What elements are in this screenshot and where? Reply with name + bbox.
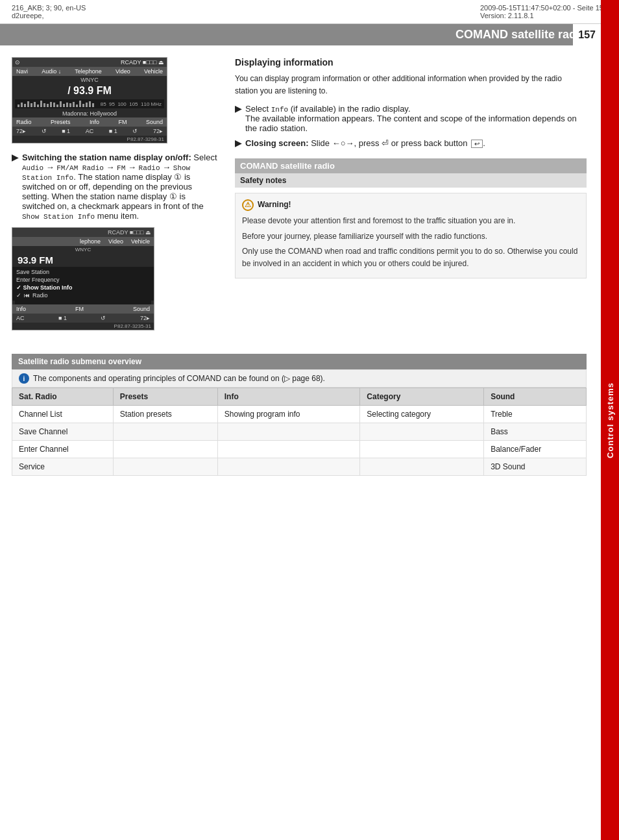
comand-section-title: COMAND satellite radio (235, 158, 587, 173)
col-category: Category (360, 388, 484, 406)
menu-show-station-info: ✓ Show Station Info (16, 284, 150, 291)
screen2-wnc: WNYC (12, 246, 154, 253)
cell-empty-9 (360, 458, 484, 476)
warning-para-3: Only use the COMAND when road and traffi… (242, 245, 579, 269)
switching-text: Switching the station name display on/of… (22, 153, 219, 221)
displaying-intro: You can display program information or o… (235, 73, 587, 97)
cell-showing-program: Showing program info (217, 406, 360, 423)
info-bar: i The components and operating principle… (12, 369, 587, 388)
col-sat-radio: Sat. Radio (12, 388, 114, 406)
cell-empty-5 (217, 441, 360, 458)
menu-radio: ✓ ⏮Radio (16, 291, 150, 299)
cell-empty-6 (360, 441, 484, 458)
vertical-label: Control systems (605, 382, 615, 458)
warning-box: ⚠ Warning! Please devote your attention … (235, 193, 587, 278)
switching-heading: Switching the station name display on/of… (22, 153, 191, 162)
nav-audio: Audio ↓ (42, 68, 61, 75)
cell-3d-sound: 3D Sound (484, 458, 587, 476)
meta-left: 216_AKB; 3; 90, en-USd2ureepe, (12, 4, 86, 19)
cell-bass: Bass (484, 423, 587, 441)
warning-label: Warning! (258, 199, 291, 211)
screen1-code: P82.87-3298-31 (12, 136, 167, 143)
header-meta: 216_AKB; 3; 90, en-USd2ureepe, 2009-05-1… (0, 0, 619, 24)
col-info: Info (217, 388, 360, 406)
screen1-nav: Navi Audio ↓ Telephone Video Vehicle (12, 67, 167, 76)
nav-vehicle: Vehicle (144, 68, 163, 75)
screen2-bottom-nav: InfoFMSound (12, 304, 154, 314)
table-header-row: Sat. Radio Presets Info Category Sound (12, 388, 587, 406)
table-row: Enter Channel Balance/Fader (12, 441, 587, 458)
warning-para-2: Before your journey, please familiarize … (242, 230, 579, 243)
screen1-freq: / 93.9 FM (12, 84, 167, 98)
nav-video: Video (115, 68, 130, 75)
cell-empty-2 (217, 423, 360, 441)
page-number: 157 (573, 24, 601, 45)
cell-empty-8 (217, 458, 360, 476)
screen-mockup-2: RCADY ■□□□ ⏏ lephoneVideoVehicle WNYC 93… (12, 227, 154, 330)
cell-empty-4 (113, 441, 217, 458)
page-title-bar: COMAND satellite radio 157 (0, 24, 619, 45)
display-bullet-1: ▶ Select Info (if available) in the radi… (235, 104, 587, 133)
switching-instruction: ▶ Switching the station name display on/… (12, 153, 219, 221)
bullet-arrow-1: ▶ (12, 153, 18, 221)
screen2-top: RCADY ■□□□ ⏏ (12, 228, 154, 237)
table-row: Service 3D Sound (12, 458, 587, 476)
cell-station-presets: Station presets (113, 406, 217, 423)
col-presets: Presets (113, 388, 217, 406)
screen1-top: ⊙ RCADY ■□□□ ⏏ (12, 58, 167, 67)
nav-navi: Navi (16, 68, 28, 75)
screen1-song: Madonna: Hollywood (12, 110, 167, 117)
cell-empty-7 (113, 458, 217, 476)
screen2-controls: AC■ 1↺72▸ (12, 314, 154, 323)
warning-title: ⚠ Warning! (242, 199, 579, 211)
warning-para-1: Please devote your attention first and f… (242, 215, 579, 227)
screen1-bottom-nav: RadioPresetsInfoFMSound (12, 117, 167, 127)
table-row: Channel List Station presets Showing pro… (12, 406, 587, 423)
nav-telephone: Telephone (75, 68, 102, 75)
cell-channel-list: Channel List (12, 406, 114, 423)
screen2-nav: lephoneVideoVehicle (12, 237, 154, 246)
info-text: The components and operating principles … (33, 374, 325, 383)
menu-save-station: Save Station (16, 268, 150, 276)
content-area: ⊙ RCADY ■□□□ ⏏ Navi Audio ↓ Telephone Vi… (0, 45, 619, 346)
cell-empty-3 (360, 423, 484, 441)
warning-icon: ⚠ (242, 199, 254, 211)
left-column: ⊙ RCADY ■□□□ ⏏ Navi Audio ↓ Telephone Vi… (12, 57, 219, 334)
screen1-circle-icon: ⊙ (15, 59, 20, 66)
safety-notes-bar: Safety notes (235, 173, 587, 188)
cell-empty-1 (113, 423, 217, 441)
screen2-freq: 93.9 FM (12, 253, 154, 267)
display-bullet-1-text: Select Info (if available) in the radio … (245, 104, 587, 133)
cell-treble: Treble (484, 406, 587, 423)
cell-save-channel: Save Channel (12, 423, 114, 441)
bullet-arrow-display: ▶ (235, 104, 241, 133)
cell-selecting-category: Selecting category (360, 406, 484, 423)
screen1-controls: 72▸↺■ 1AC■ 1↺72▸ (12, 127, 167, 136)
screen-mockup-1: ⊙ RCADY ■□□□ ⏏ Navi Audio ↓ Telephone Vi… (12, 57, 167, 143)
cell-enter-channel: Enter Channel (12, 441, 114, 458)
back-button-icon: ↩ (471, 140, 483, 148)
bottom-section: Satellite radio submenu overview i The c… (0, 346, 619, 488)
info-icon: i (19, 373, 29, 384)
table-header: Sat. Radio Presets Info Category Sound (12, 388, 587, 406)
cell-balance-fader: Balance/Fader (484, 441, 587, 458)
displaying-info-title: Displaying information (235, 57, 587, 68)
screen1-status: RCADY ■□□□ ⏏ (121, 59, 164, 66)
vertical-label-container: Control systems (601, 0, 619, 840)
meta-right: 2009-05-15T11:47:50+02:00 - Seite 157Ver… (480, 4, 607, 19)
screen2-status: RCADY ■□□□ ⏏ (108, 229, 151, 236)
col-sound: Sound (484, 388, 587, 406)
table-body: Channel List Station presets Showing pro… (12, 406, 587, 476)
bullet-arrow-closing: ▶ (235, 138, 241, 148)
satellite-table: Sat. Radio Presets Info Category Sound C… (12, 388, 587, 476)
table-row: Save Channel Bass (12, 423, 587, 441)
page-title: COMAND satellite radio (455, 28, 587, 41)
menu-enter-freq: Enter Frequency (16, 276, 150, 284)
closing-screen-label: Closing screen: (245, 138, 309, 148)
display-bullet-2-text: Closing screen: Slide ←○→, press ⏎ or pr… (245, 138, 485, 148)
screen1-bar: 85 95 100 105 110 MHz (15, 99, 164, 108)
table-header-bar: Satellite radio submenu overview (12, 354, 587, 369)
cell-service: Service (12, 458, 114, 476)
display-bullet-2: ▶ Closing screen: Slide ←○→, press ⏎ or … (235, 138, 587, 148)
right-column: Displaying information You can display p… (235, 57, 587, 334)
